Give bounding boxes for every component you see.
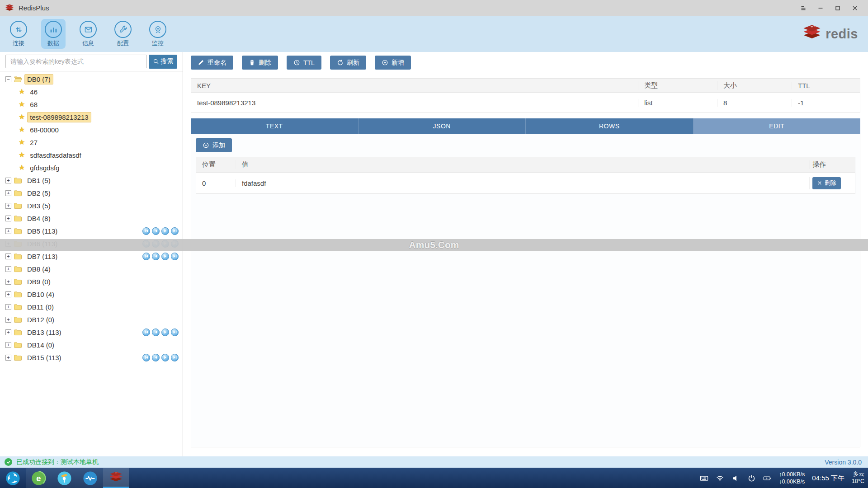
first-page-icon[interactable] (142, 253, 150, 260)
edit-panel: 添加 位置 值 操作 0fdafasdf删除 (191, 134, 860, 447)
expand-icon[interactable]: + (5, 317, 11, 323)
menu-button[interactable] (795, 0, 812, 16)
version-label: Version 3.0.0 (825, 459, 863, 466)
connection-status-message: 已成功连接到：测试本地单机 (16, 458, 99, 466)
tree-key-row[interactable]: ★27 (0, 136, 183, 149)
folder-icon (14, 291, 22, 298)
search-input[interactable] (5, 55, 147, 68)
tree-db-row[interactable]: +DB13 (113) (0, 326, 183, 338)
next-page-icon[interactable] (161, 227, 169, 235)
maximize-button[interactable] (829, 0, 846, 16)
close-button[interactable] (846, 0, 863, 16)
tab-text[interactable]: TEXT (191, 118, 359, 134)
prev-page-icon[interactable] (152, 253, 160, 260)
last-page-icon[interactable] (171, 328, 179, 336)
watermark-text: Amu5.Com (409, 239, 459, 250)
system-tray: ↑0.00KB/s ↓0.00KB/s 04:55 下午 多云 18°C (700, 468, 868, 488)
tree-db-row[interactable]: +DB3 (5) (0, 199, 183, 212)
tree-key-row[interactable]: ★sdfasdfasdafasdf (0, 149, 183, 161)
clock[interactable]: 04:55 下午 (812, 474, 844, 483)
power-icon[interactable] (747, 474, 756, 483)
expand-icon[interactable]: + (5, 190, 11, 196)
last-page-icon[interactable] (171, 227, 179, 235)
prev-page-icon[interactable] (152, 354, 160, 361)
next-page-icon[interactable] (161, 354, 169, 361)
tree-db-row[interactable]: +DB14 (0) (0, 338, 183, 351)
key-table-header-key: KEY (191, 82, 638, 89)
tree-db-row[interactable]: +DB2 (5) (0, 187, 183, 199)
add-row-button[interactable]: 添加 (196, 138, 232, 152)
nav-item-data[interactable]: 数据 (41, 19, 66, 49)
minimize-button[interactable] (812, 0, 829, 16)
tree-db-row[interactable]: +DB15 (113) (0, 351, 183, 364)
action-add-button[interactable]: 新增 (375, 56, 411, 70)
value-table-row[interactable]: 0fdafasdf删除 (196, 173, 855, 194)
last-page-icon[interactable] (171, 253, 179, 260)
action-delete-button[interactable]: 删除 (242, 56, 278, 70)
expand-icon[interactable]: + (5, 355, 11, 361)
expand-icon[interactable]: + (5, 253, 11, 259)
screen: RedisPlus 连接数据信息配置监控 redis 搜索 −DB0 (7)★4 (0, 0, 868, 488)
tree-db-row[interactable]: +DB8 (4) (0, 263, 183, 275)
expand-icon[interactable]: + (5, 266, 11, 272)
action-ttl-button[interactable]: TTL (287, 56, 321, 70)
nav-item-config[interactable]: 配置 (111, 19, 135, 49)
nav-item-connect[interactable]: 连接 (6, 19, 31, 49)
taskbar-browser-icon[interactable]: e (26, 468, 52, 488)
tree-db-row[interactable]: −DB0 (7) (0, 73, 183, 85)
key-table-header-type: 类型 (638, 81, 717, 90)
row-delete-button[interactable]: 删除 (812, 177, 841, 189)
tab-json[interactable]: JSON (359, 118, 526, 134)
nav-item-monitor[interactable]: 监控 (146, 19, 170, 49)
taskbar-launcher-icon[interactable] (0, 468, 26, 488)
wifi-icon[interactable] (716, 474, 724, 483)
tree-db-row[interactable]: +DB7 (113) (0, 250, 183, 263)
tree-db-row[interactable]: +DB4 (8) (0, 212, 183, 225)
key-table-row[interactable]: test-089898213213 list 8 -1 (191, 93, 860, 113)
weather-widget[interactable]: 多云 18°C (852, 471, 864, 485)
tree-db-row[interactable]: +DB9 (0) (0, 275, 183, 288)
tree-db-row[interactable]: +DB1 (5) (0, 174, 183, 187)
tree-db-row[interactable]: +DB11 (0) (0, 300, 183, 313)
expand-icon[interactable]: + (5, 291, 11, 297)
tree-key-row[interactable]: ★test-089898213213 (0, 111, 183, 123)
expand-icon[interactable]: + (5, 304, 11, 310)
search-button[interactable]: 搜索 (149, 55, 177, 69)
nav-item-info[interactable]: 信息 (76, 19, 100, 49)
view-tabs: TEXTJSONROWSEDIT (191, 118, 860, 134)
expand-icon[interactable]: + (5, 178, 11, 183)
tree-key-row[interactable]: ★gfdsgdsfg (0, 161, 183, 174)
first-page-icon[interactable] (142, 227, 150, 235)
last-page-icon[interactable] (171, 354, 179, 361)
expand-icon[interactable]: + (5, 228, 11, 234)
next-page-icon[interactable] (161, 253, 169, 260)
taskbar-redis-app-icon[interactable] (103, 468, 129, 488)
tree-key-row[interactable]: ★68-00000 (0, 123, 183, 136)
first-page-icon[interactable] (142, 354, 150, 361)
tree-db-row[interactable]: +DB5 (113) (0, 225, 183, 237)
tab-edit[interactable]: EDIT (693, 118, 861, 134)
action-rename-button[interactable]: 重命名 (191, 56, 233, 70)
taskbar-music-icon[interactable] (52, 468, 77, 488)
value-cell: fdafasdf (235, 179, 809, 187)
tab-rows[interactable]: ROWS (526, 118, 693, 134)
battery-icon[interactable] (763, 474, 772, 483)
keyboard-icon[interactable] (700, 474, 708, 483)
expand-icon[interactable]: + (5, 279, 11, 285)
action-refresh-button[interactable]: 刷新 (330, 56, 366, 70)
expand-icon[interactable]: + (5, 203, 11, 209)
taskbar-monitor-app-icon[interactable] (77, 468, 103, 488)
expand-icon[interactable]: + (5, 329, 11, 335)
tree-key-row[interactable]: ★46 (0, 85, 183, 98)
prev-page-icon[interactable] (152, 227, 160, 235)
expand-icon[interactable]: + (5, 216, 11, 221)
volume-icon[interactable] (731, 474, 740, 483)
first-page-icon[interactable] (142, 328, 150, 336)
expand-icon[interactable]: + (5, 342, 11, 348)
next-page-icon[interactable] (161, 328, 169, 336)
tree-db-row[interactable]: +DB10 (4) (0, 288, 183, 300)
collapse-icon[interactable]: − (5, 76, 11, 82)
tree-key-row[interactable]: ★68 (0, 98, 183, 111)
tree-db-row[interactable]: +DB12 (0) (0, 313, 183, 326)
prev-page-icon[interactable] (152, 328, 160, 336)
